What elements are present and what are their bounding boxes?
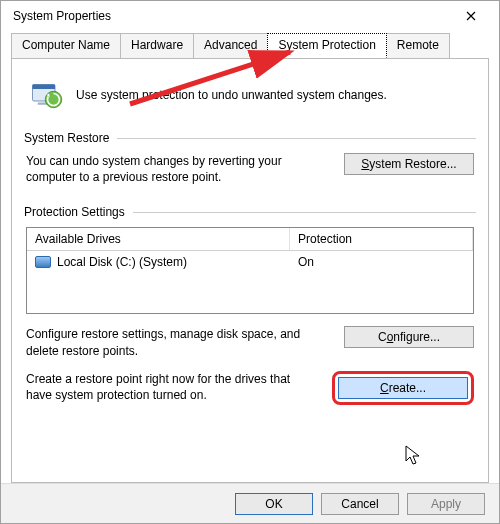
tab-system-protection[interactable]: System Protection xyxy=(267,33,386,58)
group-system-restore: System Restore You can undo system chang… xyxy=(24,131,476,185)
configure-description: Configure restore settings, manage disk … xyxy=(26,326,308,358)
intro-row: Use system protection to undo unwanted s… xyxy=(28,77,472,113)
window-title: System Properties xyxy=(9,9,451,23)
system-restore-icon xyxy=(28,77,64,113)
tab-computer-name[interactable]: Computer Name xyxy=(11,33,121,58)
apply-button[interactable]: Apply xyxy=(407,493,485,515)
system-restore-description: You can undo system changes by reverting… xyxy=(26,153,308,185)
configure-button[interactable]: Configure... xyxy=(344,326,474,348)
drives-table: Available Drives Protection Local Disk (… xyxy=(26,227,474,314)
system-restore-button[interactable]: System Restore... xyxy=(344,153,474,175)
titlebar: System Properties xyxy=(1,1,499,31)
col-header-drives: Available Drives xyxy=(27,228,290,250)
svg-rect-1 xyxy=(33,85,56,90)
system-properties-window: System Properties Computer Name Hardware… xyxy=(0,0,500,524)
create-highlight-annotation: Create... xyxy=(332,371,474,405)
create-button[interactable]: Create... xyxy=(338,377,468,399)
tab-hardware[interactable]: Hardware xyxy=(120,33,194,58)
drive-protection-status: On xyxy=(290,253,473,271)
group-title-protection-settings: Protection Settings xyxy=(24,205,125,219)
tab-row: Computer Name Hardware Advanced System P… xyxy=(1,33,499,58)
intro-text: Use system protection to undo unwanted s… xyxy=(76,88,387,102)
group-title-system-restore: System Restore xyxy=(24,131,109,145)
drive-icon xyxy=(35,256,51,268)
dialog-footer: OK Cancel Apply xyxy=(1,483,499,523)
table-header: Available Drives Protection xyxy=(27,228,473,251)
tab-page-system-protection: Use system protection to undo unwanted s… xyxy=(11,58,489,483)
cancel-button[interactable]: Cancel xyxy=(321,493,399,515)
tab-advanced[interactable]: Advanced xyxy=(193,33,268,58)
drive-name: Local Disk (C:) (System) xyxy=(57,255,187,269)
tab-remote[interactable]: Remote xyxy=(386,33,450,58)
ok-button[interactable]: OK xyxy=(235,493,313,515)
close-button[interactable] xyxy=(451,2,491,30)
table-row[interactable]: Local Disk (C:) (System) On xyxy=(27,251,473,273)
close-icon xyxy=(466,11,476,21)
group-protection-settings: Protection Settings Available Drives Pro… xyxy=(24,205,476,404)
col-header-protection: Protection xyxy=(290,228,473,250)
create-description: Create a restore point right now for the… xyxy=(26,371,308,403)
